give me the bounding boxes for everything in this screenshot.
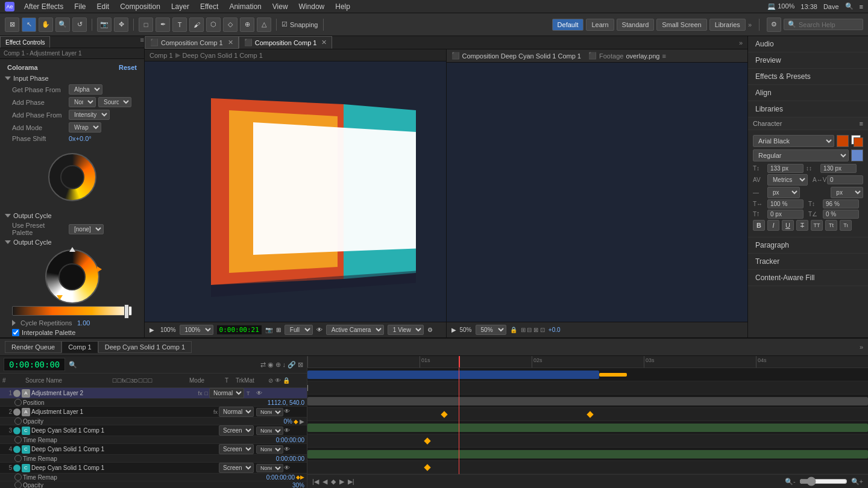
phase-shift-value[interactable]: 0x+0.0°	[69, 135, 139, 142]
search-input[interactable]	[799, 21, 859, 28]
font-style-dropdown[interactable]: Regular	[753, 149, 849, 161]
tl-zoom-in[interactable]: 🔍+	[851, 478, 863, 486]
v-scale-input[interactable]	[823, 199, 859, 208]
layer-4[interactable]: 4 C Deep Cyan Solid 1 Comp 1 Screen None…	[0, 444, 307, 455]
pos-value[interactable]: 1112.0, 540.0	[268, 399, 304, 406]
puppet-tool[interactable]: ⊕	[240, 17, 254, 32]
panel-expand-btn[interactable]: ≡	[140, 36, 144, 48]
tl-expand-icon[interactable]: »	[860, 343, 863, 351]
play-icon-right[interactable]: ▶	[451, 327, 456, 333]
right-panel-content-aware[interactable]: Content-Aware Fill	[748, 270, 868, 286]
workspace-default[interactable]: Default	[552, 19, 584, 31]
workspace-more-icon[interactable]: »	[748, 21, 752, 28]
layer-2[interactable]: 2 A Adjustment Layer 1 fx Normal None 👁	[0, 407, 307, 418]
menu-view[interactable]: View	[268, 1, 293, 12]
source-dropdown[interactable]: Source	[98, 97, 131, 107]
tl-icon-3[interactable]: ⊕	[275, 361, 281, 369]
layer-3-mode-dropdown[interactable]: Screen	[219, 425, 254, 436]
home-tool[interactable]: ⊠	[5, 17, 19, 32]
menu-file[interactable]: File	[69, 1, 90, 12]
menu-expand-icon[interactable]: ≡	[860, 3, 863, 10]
zoom-dropdown-right[interactable]: 50%	[476, 325, 506, 335]
layer-4-mode[interactable]: Screen	[219, 444, 255, 454]
layer-5-trimat-dropdown[interactable]: None	[256, 464, 283, 472]
output-cycle-wheel[interactable]	[45, 249, 99, 304]
layer-1[interactable]: 1 A Adjustment Layer 2 fx □ Normal T 👁	[0, 388, 307, 399]
mask-tool[interactable]: □	[139, 17, 153, 32]
layer-5-mode-dropdown[interactable]: Screen	[219, 463, 254, 473]
comp-tabs-expand[interactable]: »	[739, 39, 743, 46]
leading-input[interactable]	[820, 164, 857, 173]
caps-btn[interactable]: TT	[811, 220, 823, 231]
comp-viewport-right[interactable]	[447, 63, 748, 322]
colorama-reset-btn[interactable]: Reset	[119, 64, 137, 71]
tl-step-fwd[interactable]: ▶	[339, 478, 344, 486]
tl-goto-start[interactable]: |◀	[312, 478, 319, 486]
font-color2-swatch[interactable]	[851, 149, 863, 161]
layer-3-eye[interactable]: 👁	[284, 427, 290, 434]
layer-2-mode-dropdown[interactable]: Normal	[219, 407, 254, 417]
tl-step-back[interactable]: ◀	[322, 478, 327, 486]
search-icon[interactable]: 🔍	[845, 2, 854, 10]
tab-effect-controls[interactable]: Effect Controls	[0, 36, 50, 48]
timeremap3-value[interactable]: 0:00:00:00	[276, 437, 304, 443]
font-color-swatch[interactable]	[837, 135, 849, 147]
gradient-bar[interactable]	[12, 306, 132, 316]
menu-edit[interactable]: Edit	[92, 1, 114, 12]
layer-4-mode-dropdown[interactable]: Screen	[219, 444, 254, 454]
menu-animation[interactable]: Animation	[224, 1, 266, 12]
tl-icon-6[interactable]: ⊠	[298, 361, 303, 369]
brush-tool[interactable]: 🖌	[189, 17, 204, 32]
layer-2-trimat-dropdown[interactable]: None	[256, 408, 283, 416]
layer-2-mode[interactable]: Normal	[219, 407, 255, 417]
tl-icon-2[interactable]: ◉	[268, 361, 274, 369]
tl-icon-1[interactable]: ⇄	[260, 361, 266, 369]
font-size-input[interactable]	[767, 164, 804, 173]
add-mode-dropdown[interactable]: Wrap	[69, 122, 101, 133]
breadcrumb-deep-cyan[interactable]: Deep Cyan Solid 1 Comp 1	[183, 52, 263, 59]
kerning-dropdown[interactable]: Metrics	[767, 174, 808, 186]
add-phase-dropdown[interactable]: None	[69, 97, 96, 107]
tl-icon-5[interactable]: 🔗	[288, 361, 296, 369]
underline-btn[interactable]: U	[782, 220, 794, 231]
right-panel-libraries[interactable]: Libraries	[748, 101, 868, 117]
use-preset-dropdown[interactable]: [none]	[69, 224, 104, 234]
tsumi-input[interactable]	[823, 210, 859, 219]
comp-tab-1-close[interactable]: ✕	[228, 39, 233, 46]
input-phase-header[interactable]: Input Phase	[2, 74, 142, 83]
bold-btn[interactable]: B	[753, 220, 765, 231]
text-tool[interactable]: T	[172, 17, 187, 32]
shape-tool[interactable]: △	[257, 17, 271, 32]
hand-tool[interactable]: ✋	[39, 17, 53, 32]
right-panel-preview[interactable]: Preview	[748, 52, 868, 69]
layer-3[interactable]: 3 C Deep Cyan Solid 1 Comp 1 Screen None…	[0, 425, 307, 436]
menu-help[interactable]: Help	[330, 1, 355, 12]
layer-1-eye[interactable]: 👁	[256, 390, 262, 396]
workspace-standard[interactable]: Standard	[617, 19, 655, 31]
menu-after-effects[interactable]: After Effects	[19, 1, 68, 12]
right-panel-paragraph[interactable]: Paragraph	[748, 237, 868, 254]
menu-composition[interactable]: Composition	[115, 1, 165, 12]
interpolate-row[interactable]: Interpolate Palette	[2, 328, 142, 337]
strikethrough-btn[interactable]: T	[796, 220, 808, 231]
gradient-handle-right[interactable]	[124, 304, 129, 319]
menu-window[interactable]: Window	[294, 1, 330, 12]
layer-4-trimat-dropdown[interactable]: None	[256, 445, 283, 454]
tl-goto-end[interactable]: ▶|	[348, 478, 354, 486]
layer-3-mode[interactable]: Screen	[219, 425, 255, 436]
layer-5-mode[interactable]: Screen	[219, 463, 255, 473]
right-panel-align[interactable]: Align	[748, 85, 868, 101]
layer-1-mode-dropdown[interactable]: Normal	[209, 388, 244, 398]
play-icon[interactable]: ▶	[149, 327, 154, 333]
output-cycle-header[interactable]: Output Cycle	[2, 211, 142, 221]
font-color-bg-swatch[interactable]	[851, 135, 863, 147]
comp-viewport-left[interactable]	[145, 61, 446, 322]
workspace-learn[interactable]: Learn	[586, 19, 614, 31]
snapping-text[interactable]: Snapping	[290, 21, 318, 28]
select-tool[interactable]: ↖	[22, 17, 36, 32]
eraser-tool[interactable]: ◇	[223, 17, 237, 32]
right-panel-tracker[interactable]: Tracker	[748, 254, 868, 270]
layer-2-eye[interactable]: 👁	[284, 408, 290, 416]
tl-tab-render-queue[interactable]: Render Queue	[5, 341, 61, 353]
right-panel-effects-presets[interactable]: Effects & Presets	[748, 69, 868, 85]
